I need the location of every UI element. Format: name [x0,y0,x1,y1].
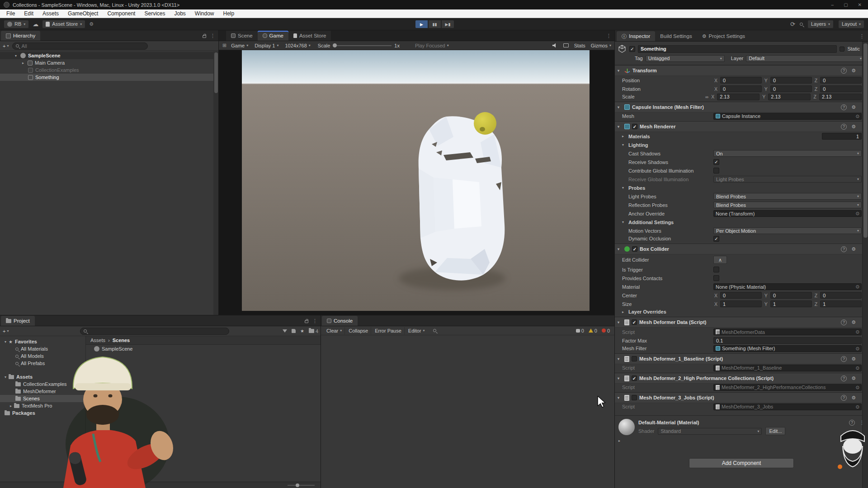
preset-icon[interactable]: ⚙ [851,246,856,252]
stats-button[interactable]: Stats [574,43,585,48]
foldout-icon[interactable]: ▸ [21,61,25,65]
additional-settings-foldout[interactable]: ▾ Additional Settings [615,218,868,226]
foldout-icon[interactable]: ▾ [618,125,622,129]
help-icon[interactable]: ? [841,104,847,110]
project-search-input[interactable] [89,328,226,334]
project-search[interactable] [80,328,229,335]
foldout-icon[interactable]: ▾ [618,69,622,73]
kebab-menu-icon[interactable]: ⋮ [312,318,317,324]
help-icon[interactable]: ? [841,356,847,362]
object-picker-icon[interactable]: ⊙ [856,366,859,371]
tab-scene[interactable]: Scene [226,31,258,41]
collab-refresh-icon[interactable]: ⟳ [790,21,795,28]
preset-icon[interactable]: ⚙ [851,68,856,74]
edit-material-button[interactable]: Edit... [765,427,785,435]
mesh-object-field[interactable]: Capsule Instance ⊙ [713,113,862,120]
lock-icon[interactable] [203,35,206,38]
foldout-icon[interactable]: ▸ [618,439,620,443]
script-field[interactable]: MeshDeformer_2_HighPerformanceCollection… [713,384,862,391]
object-picker-icon[interactable]: ⊙ [856,404,859,409]
is-trigger-checkbox[interactable] [713,267,719,272]
enabled-checkbox[interactable]: ✓ [632,319,637,325]
dynamic-occlusion-checkbox[interactable]: ✓ [713,236,719,242]
transform-header[interactable]: ▾ Transform ? ⚙ ⋮ [615,66,868,76]
preset-icon[interactable]: ⚙ [851,124,856,130]
size-z-field[interactable]: 1 [820,300,862,307]
layout-dropdown[interactable]: Layout ▾ [838,20,864,28]
enabled-checkbox[interactable] [632,356,637,361]
preset-icon[interactable]: ⚙ [851,395,856,401]
help-icon[interactable]: ? [841,68,847,74]
script-field[interactable]: MeshDeformer_1_Baseline ⊙ [713,365,862,371]
hierarchy-search-input[interactable] [21,43,144,49]
foldout-icon[interactable]: ▾ [618,105,622,109]
foldout-icon[interactable]: ▾ [622,143,627,147]
error-count-badge[interactable]: 0 [599,328,612,333]
settings-icon[interactable]: ⚙ [89,21,94,27]
type-filter-icon[interactable] [283,329,287,333]
lock-icon[interactable] [305,320,308,323]
foldout-icon[interactable]: ▸ [622,134,627,138]
rotation-z-field[interactable]: 0 [820,85,862,92]
scale-slider[interactable] [333,45,392,46]
step-button[interactable]: ▶▮ [441,20,454,28]
grid-icon[interactable]: ⊞ [222,42,226,48]
tree-assets[interactable]: ▾ Assets [0,373,85,380]
breadcrumb-scenes[interactable]: Scenes [113,338,130,343]
mesh-deformer-data-header[interactable]: ▾ ✓ Mesh Deformer Data (Script) ? ⚙ ⋮ [615,317,868,328]
hierarchy-row-scene[interactable]: ▾ SampleScene [0,52,219,59]
mute-audio-icon[interactable] [552,43,558,48]
tab-game[interactable]: Game [258,31,288,41]
enabled-checkbox[interactable] [632,395,637,400]
tree-all-materials[interactable]: All Materials [0,345,85,352]
search-icon[interactable] [800,23,803,26]
label-filter-icon[interactable] [292,329,296,333]
menu-edit[interactable]: Edit [19,10,38,17]
search-icon[interactable] [433,329,436,332]
vsync-icon[interactable] [563,43,569,47]
menu-assets[interactable]: Assets [38,10,63,17]
inspector-scrollbar[interactable] [862,42,868,488]
center-x-field[interactable]: 0 [720,292,762,299]
scale-y-field[interactable]: 2.13 [768,94,811,100]
mesh-deformer-2-header[interactable]: ▾ ✓ Mesh Deformer_2_High Performance Col… [615,373,868,384]
mesh-renderer-header[interactable]: ▾ ✓ Mesh Renderer ? ⚙ ⋮ [615,122,868,132]
position-y-field[interactable]: 0 [770,77,812,84]
deformer-mesh-filter-field[interactable]: Something (Mesh Filter) ⊙ [713,345,862,352]
maximize-button[interactable]: ▢ [844,2,848,7]
foldout-icon[interactable]: ▸ [10,404,12,408]
gizmos-dropdown[interactable]: Gizmos ▾ [591,42,611,49]
enabled-checkbox[interactable]: ✓ [632,375,637,381]
size-x-field[interactable]: 1 [720,300,762,307]
mesh-filter-header[interactable]: ▾ Capsule Instance (Mesh Filter) ? ⚙ ⋮ [615,102,868,113]
tab-build-settings[interactable]: Build Settings [655,31,697,41]
menu-jobs[interactable]: Jobs [170,10,190,17]
size-y-field[interactable]: 1 [770,300,812,307]
shader-dropdown[interactable]: Standard ▾ [658,428,762,435]
error-pause-button[interactable]: Error Pause [372,327,405,334]
hierarchy-row-something[interactable]: Something [0,74,219,81]
scale-z-field[interactable]: 2.13 [819,94,862,100]
account-dropdown[interactable]: RB ▾ [4,20,29,28]
rotation-y-field[interactable]: 0 [770,85,812,92]
game-view-menu[interactable]: Game ▾ [229,42,250,49]
tab-inspector[interactable]: i Inspector [617,31,655,41]
object-picker-icon[interactable]: ⊙ [856,346,859,351]
clear-button[interactable]: Clear ▾ [324,327,345,334]
center-z-field[interactable]: 0 [820,292,862,299]
motion-vectors-dropdown[interactable]: Per Object Motion ▾ [713,227,862,234]
foldout-icon[interactable]: ▾ [618,376,622,380]
scale-x-field[interactable]: 2.13 [717,94,760,100]
tree-packages[interactable]: Packages [0,409,85,417]
create-button[interactable]: + ▾ [3,43,9,49]
layers-dropdown[interactable]: Layers ▾ [807,20,834,28]
tree-textmesh-pro[interactable]: ▸ TextMesh Pro [0,402,85,409]
preset-icon[interactable]: ⚙ [851,319,856,325]
contribute-gi-checkbox[interactable] [713,168,719,174]
hierarchy-search[interactable] [12,42,148,50]
preset-icon[interactable]: ⚙ [851,356,856,362]
foldout-icon[interactable]: ▾ [618,247,622,251]
hierarchy-scrollbar[interactable] [213,52,219,315]
tree-all-models[interactable]: All Models [0,352,85,360]
asset-store-button[interactable]: Asset Store ▾ [42,20,85,28]
